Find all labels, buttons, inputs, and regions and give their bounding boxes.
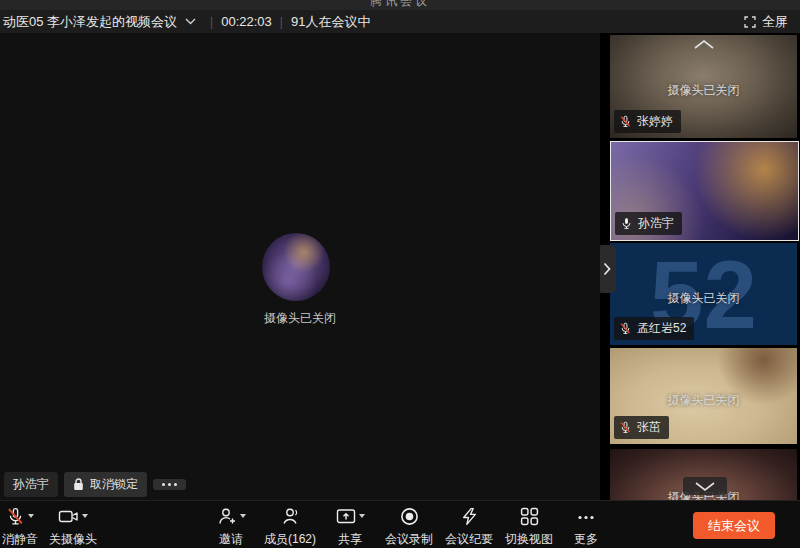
participant-count: 91人在会议中 bbox=[291, 13, 370, 31]
more-options-icon bbox=[162, 483, 177, 486]
share-options-caret[interactable] bbox=[359, 514, 365, 518]
mic-muted-icon bbox=[6, 507, 25, 526]
camera-icon bbox=[58, 507, 79, 526]
divider: | bbox=[280, 15, 283, 29]
members-label: 成员(162) bbox=[264, 531, 316, 548]
invite-options-caret[interactable] bbox=[240, 514, 246, 518]
stage-badges: 孙浩宇 取消锁定 bbox=[4, 472, 186, 496]
scroll-down-button[interactable] bbox=[683, 477, 727, 495]
window-title-partial: 腾讯会议 bbox=[0, 0, 800, 10]
unlock-label: 取消锁定 bbox=[90, 476, 138, 493]
participant-name-label: 孟红岩52 bbox=[614, 317, 694, 340]
invite-button[interactable]: 邀请 bbox=[203, 507, 259, 548]
scroll-up-button[interactable] bbox=[692, 39, 716, 50]
more-dots-icon bbox=[576, 508, 596, 527]
participant-tile[interactable]: 52 摄像头已关闭 孟红岩52 bbox=[610, 243, 797, 345]
camera-label: 关摄像头 bbox=[49, 531, 97, 548]
view-label: 切换视图 bbox=[505, 531, 553, 548]
lightning-notes-icon bbox=[460, 507, 479, 526]
invite-label: 邀请 bbox=[219, 531, 243, 548]
speaker-avatar bbox=[262, 233, 330, 301]
main-stage: 摄像头已关闭 孙浩宇 取消锁定 bbox=[0, 33, 600, 500]
participant-tile-active[interactable]: 孙浩宇 bbox=[610, 141, 799, 241]
camera-off-text: 摄像头已关闭 bbox=[610, 82, 797, 99]
fullscreen-label: 全屏 bbox=[762, 13, 788, 31]
meeting-duration: 00:22:03 bbox=[221, 14, 272, 29]
notes-label: 会议纪要 bbox=[445, 531, 493, 548]
record-button[interactable]: 会议录制 bbox=[378, 507, 440, 548]
bottom-toolbar: 消静音 关摄像头 邀请 bbox=[0, 500, 800, 548]
unlock-button[interactable]: 取消锁定 bbox=[64, 472, 147, 497]
chevron-up-icon bbox=[692, 39, 716, 50]
end-meeting-button[interactable]: 结束会议 bbox=[693, 512, 775, 539]
fullscreen-button[interactable]: 全屏 bbox=[744, 13, 788, 31]
sidebar-collapse-button[interactable] bbox=[600, 245, 616, 293]
window-title-strip: 腾讯会议 bbox=[0, 0, 800, 10]
camera-off-text: 摄像头已关闭 bbox=[0, 310, 600, 327]
participant-sidebar: 摄像头已关闭 张婷婷 孙浩宇 52 摄像头已关闭 bbox=[600, 33, 800, 500]
more-label: 更多 bbox=[574, 531, 598, 548]
screen-share-icon bbox=[336, 507, 356, 526]
record-icon bbox=[400, 507, 419, 526]
fullscreen-icon bbox=[744, 16, 756, 28]
participant-tile[interactable]: 摄像头已关闭 张婷婷 bbox=[610, 35, 797, 138]
mic-muted-icon bbox=[619, 421, 632, 434]
camera-off-text: 摄像头已关闭 bbox=[610, 290, 797, 307]
participant-name-label: 孙浩宇 bbox=[615, 212, 682, 235]
participant-name-label: 张茁 bbox=[614, 416, 669, 439]
share-button[interactable]: 共享 bbox=[322, 507, 378, 548]
grid-view-icon bbox=[520, 507, 539, 526]
members-icon bbox=[280, 507, 300, 526]
meeting-top-bar: 动医05 李小泽发起的视频会议 | 00:22:03 | 91人在会议中 全屏 bbox=[0, 10, 800, 33]
members-button[interactable]: 成员(162) bbox=[257, 507, 323, 548]
mic-muted-icon bbox=[619, 115, 632, 128]
more-button[interactable]: 更多 bbox=[560, 507, 612, 548]
unmute-button[interactable]: 消静音 bbox=[0, 507, 46, 548]
person-add-icon bbox=[217, 507, 237, 526]
meeting-title: 动医05 李小泽发起的视频会议 bbox=[3, 13, 177, 31]
mic-icon bbox=[620, 217, 633, 230]
camera-off-button[interactable]: 关摄像头 bbox=[42, 507, 104, 548]
participant-tile[interactable]: 摄像头已关闭 张茁 bbox=[610, 348, 797, 444]
camera-off-text: 摄像头已关闭 bbox=[610, 392, 797, 409]
unmute-label: 消静音 bbox=[2, 531, 38, 548]
chevron-down-icon[interactable] bbox=[185, 18, 196, 25]
share-label: 共享 bbox=[338, 531, 362, 548]
switch-view-button[interactable]: 切换视图 bbox=[498, 507, 560, 548]
record-label: 会议录制 bbox=[385, 531, 433, 548]
mic-muted-icon bbox=[619, 322, 632, 335]
more-options-button[interactable] bbox=[153, 479, 186, 490]
chevron-down-icon bbox=[693, 481, 717, 492]
pinned-name-badge: 孙浩宇 bbox=[4, 472, 58, 497]
notes-button[interactable]: 会议纪要 bbox=[438, 507, 500, 548]
participant-name-label: 张婷婷 bbox=[614, 110, 681, 133]
divider: | bbox=[210, 15, 213, 29]
chevron-right-icon bbox=[603, 262, 611, 276]
camera-options-caret[interactable] bbox=[82, 514, 88, 518]
mic-options-caret[interactable] bbox=[28, 514, 34, 518]
lock-icon bbox=[73, 478, 84, 491]
